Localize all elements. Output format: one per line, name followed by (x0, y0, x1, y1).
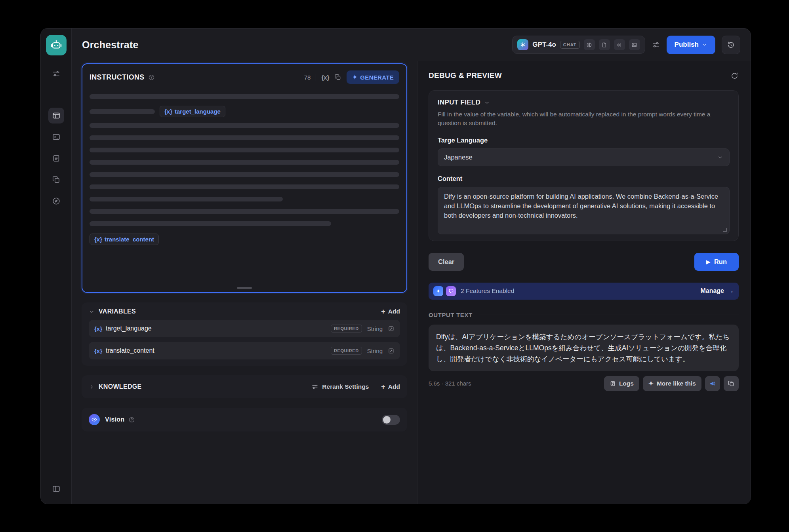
debug-preview-title: DEBUG & PREVIEW (429, 71, 502, 80)
plus-icon: + (381, 308, 385, 315)
variable-tag-label: target_language (175, 108, 221, 115)
chevron-down-icon (717, 154, 723, 160)
capability-audio-icon (614, 39, 625, 50)
features-enabled-text: 2 Features Enabled (461, 287, 514, 294)
skeleton-line (90, 123, 399, 128)
model-selector[interactable]: GPT-4o CHAT (512, 36, 645, 54)
arrow-right-icon: → (728, 287, 734, 294)
sidebar-terminal-icon[interactable] (48, 129, 64, 145)
target-language-label: Targe Language (438, 137, 730, 144)
instructions-title: INSTRUCTIONS (90, 73, 145, 82)
skeleton-line (90, 109, 155, 114)
content-split: INSTRUCTIONS 78 {x} (72, 61, 751, 504)
output-message: Difyは、AIアプリケーションを構築するためのオープンソースプラットフォームで… (429, 325, 739, 371)
add-knowledge-button[interactable]: + Add (381, 383, 400, 390)
add-variable-button[interactable]: + Add (381, 308, 400, 315)
play-icon: ▶ (706, 259, 710, 265)
variable-name: translate_content (106, 347, 154, 354)
model-mode-badge: CHAT (560, 41, 580, 49)
clear-button[interactable]: Clear (429, 253, 464, 271)
target-language-select[interactable]: Japanese (438, 148, 730, 166)
restart-icon[interactable] (730, 72, 739, 80)
more-like-this-label: More like this (657, 380, 696, 387)
debug-preview-panel: DEBUG & PREVIEW INPUT FIELD (417, 61, 751, 504)
instructions-header: INSTRUCTIONS 78 {x} (82, 64, 406, 87)
sidebar-logs-icon[interactable] (48, 150, 64, 166)
variable-glyph: {x} (94, 348, 102, 354)
sidebar (41, 28, 72, 504)
edit-variable-icon[interactable] (388, 348, 394, 354)
required-badge: REQUIRED (331, 347, 362, 355)
openai-logo-icon (517, 39, 528, 50)
resize-handle[interactable] (237, 287, 252, 289)
history-button[interactable] (722, 36, 740, 54)
feature-sparkle-icon: ✦ (433, 286, 443, 296)
page-title: Orchestrate (82, 39, 139, 51)
variable-row-target-language[interactable]: {x} target_language REQUIRED String (89, 320, 400, 337)
divider (375, 383, 375, 390)
sidebar-settings-icon[interactable] (48, 66, 64, 82)
add-label: Add (388, 383, 400, 390)
output-footer: 5.6s · 321 chars Logs ✦ More like this (429, 376, 739, 391)
publish-button[interactable]: Publish (667, 36, 715, 54)
input-field-title: INPUT FIELD (438, 99, 480, 106)
capability-document-icon (599, 39, 610, 50)
input-field-description: Fill in the value of the variable, which… (438, 110, 730, 128)
add-label: Add (388, 308, 400, 315)
generate-button[interactable]: ✦ GENERATE (347, 70, 399, 84)
parameters-settings-icon[interactable] (652, 40, 660, 49)
run-button[interactable]: ▶ Run (694, 253, 739, 271)
plus-icon: + (381, 383, 385, 390)
copy-prompt-icon[interactable] (334, 74, 341, 81)
char-count: 78 (304, 74, 311, 81)
divider (316, 74, 316, 81)
sidebar-monitoring-icon[interactable] (48, 193, 64, 209)
required-badge: REQUIRED (331, 325, 362, 332)
variable-tag-label: translate_content (105, 236, 154, 243)
vision-eye-icon (89, 414, 100, 425)
knowledge-title: KNOWLEDGE (99, 383, 141, 390)
vision-help-icon[interactable] (128, 416, 135, 423)
more-like-this-button[interactable]: ✦ More like this (643, 376, 701, 391)
variable-row-translate-content[interactable]: {x} translate_content REQUIRED String (89, 342, 400, 359)
sidebar-orchestrate-icon[interactable] (48, 108, 64, 124)
features-bar[interactable]: ✦ 2 Features Enabled Manage → (429, 283, 739, 300)
chevron-down-icon[interactable] (484, 100, 490, 106)
manage-features-button[interactable]: Manage → (700, 287, 734, 294)
history-icon (727, 41, 735, 49)
edit-variable-icon[interactable] (388, 325, 394, 332)
instructions-help-icon[interactable] (148, 74, 155, 81)
vision-toggle[interactable] (382, 415, 400, 425)
variable-glyph: {x} (164, 108, 172, 115)
logs-label: Logs (619, 380, 634, 387)
instructions-editor[interactable]: INSTRUCTIONS 78 {x} (82, 63, 407, 293)
content-textarea[interactable]: Dify is an open-source platform for buil… (438, 187, 730, 234)
skeleton-line (90, 184, 399, 189)
chevron-down-icon (702, 42, 707, 48)
app-logo-robot-icon[interactable] (46, 35, 67, 55)
variable-tag-translate-content[interactable]: {x} translate_content (90, 234, 159, 245)
copy-output-button[interactable] (724, 376, 739, 391)
variable-glyph: {x} (94, 236, 102, 243)
prompt-skeleton: {x} target_language (82, 87, 406, 245)
knowledge-section: KNOWLEDGE Rerank Settings + Add (82, 375, 407, 398)
sidebar-annotation-icon[interactable] (48, 172, 64, 188)
skeleton-line (90, 221, 331, 226)
skeleton-line (90, 94, 399, 99)
chevron-right-icon[interactable] (89, 384, 95, 390)
insert-variable-icon[interactable]: {x} (321, 74, 329, 81)
skeleton-line (90, 172, 399, 177)
generate-label: GENERATE (360, 74, 394, 81)
logs-button[interactable]: Logs (604, 376, 639, 391)
sidebar-collapse-panel-icon[interactable] (48, 481, 64, 497)
chevron-down-icon[interactable] (89, 309, 95, 315)
vision-section: Vision (82, 408, 407, 431)
rerank-settings-button[interactable]: Rerank Settings (311, 383, 369, 390)
variable-type: String (367, 325, 383, 332)
variable-tag-target-language[interactable]: {x} target_language (160, 106, 225, 117)
textarea-resize-handle[interactable] (723, 228, 727, 232)
manage-label: Manage (700, 287, 724, 294)
debug-actions: Clear ▶ Run (429, 253, 739, 271)
text-to-speech-button[interactable] (705, 376, 720, 391)
variable-name: target_language (106, 325, 152, 332)
